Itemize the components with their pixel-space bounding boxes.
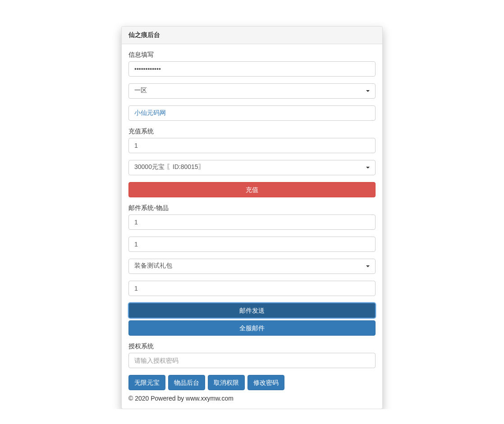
auth-password-input[interactable] (128, 353, 376, 368)
mail-all-group: 全服邮件 (128, 320, 376, 336)
caret-down-icon (366, 265, 370, 267)
recharge-item-selected-label: 30000元宝 〖ID:80015〗 (134, 163, 205, 170)
revoke-button[interactable]: 取消权限 (208, 375, 245, 390)
recharge-button[interactable]: 充值 (128, 182, 376, 197)
mail-item-select[interactable]: 装备测试礼包 (128, 259, 376, 274)
mail-field1-input[interactable] (128, 214, 376, 230)
footer-text: © 2020 Powered by www.xxymw.com (128, 395, 376, 402)
panel-body: 信息填写 一区 充值系统 30000元宝 〖ID:80015〗 充值 (122, 44, 382, 409)
caret-down-icon (366, 90, 370, 92)
mail-field2-input[interactable] (128, 237, 376, 252)
auth-section: 授权系统 (128, 342, 376, 368)
item-admin-button[interactable]: 物品后台 (168, 375, 205, 390)
name-input[interactable] (128, 105, 376, 121)
info-label: 信息填写 (128, 51, 376, 59)
change-password-button[interactable]: 修改密码 (247, 375, 284, 390)
recharge-item-group: 30000元宝 〖ID:80015〗 (128, 160, 376, 175)
password-input[interactable] (128, 61, 376, 77)
zone-select[interactable]: 一区 (128, 83, 376, 99)
action-buttons: 无限元宝 物品后台 取消权限 修改密码 (128, 375, 376, 390)
zone-selected-label: 一区 (134, 87, 147, 94)
mail-item-group: 装备测试礼包 (128, 259, 376, 274)
mail-section: 邮件系统-物品 (128, 204, 376, 230)
mail-field3-input[interactable] (128, 281, 376, 296)
recharge-amount-input[interactable] (128, 138, 376, 153)
recharge-button-group: 充值 (128, 182, 376, 197)
mail-label: 邮件系统-物品 (128, 204, 376, 212)
unlimited-gold-button[interactable]: 无限元宝 (128, 375, 165, 390)
admin-panel: 仙之痕后台 信息填写 一区 充值系统 30000元宝 〖ID:80015〗 (121, 26, 383, 409)
mail-send-button[interactable]: 邮件发送 (128, 303, 376, 318)
mail-field2-group (128, 237, 376, 252)
recharge-item-select[interactable]: 30000元宝 〖ID:80015〗 (128, 160, 376, 175)
mail-item-selected-label: 装备测试礼包 (134, 262, 172, 269)
zone-group: 一区 (128, 83, 376, 99)
recharge-section: 充值系统 (128, 128, 376, 153)
info-section: 信息填写 (128, 51, 376, 77)
mail-all-button[interactable]: 全服邮件 (128, 320, 376, 336)
name-group (128, 105, 376, 121)
auth-label: 授权系统 (128, 342, 376, 351)
recharge-label: 充值系统 (128, 128, 376, 136)
mail-field3-group (128, 281, 376, 296)
caret-down-icon (366, 167, 370, 169)
panel-title: 仙之痕后台 (122, 27, 382, 44)
